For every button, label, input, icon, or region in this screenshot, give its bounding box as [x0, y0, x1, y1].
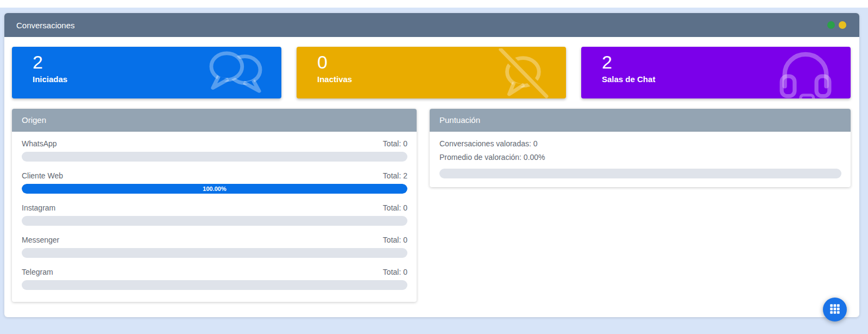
origin-row-whatsapp: WhatsApp Total: 0 [22, 139, 407, 162]
channel-label: Cliente Web [22, 171, 63, 180]
status-indicators [827, 21, 846, 29]
channel-total: Total: 0 [383, 268, 407, 276]
score-panel-header: Puntuación [430, 109, 851, 132]
panels-row: Origen WhatsApp Total: 0 [12, 109, 851, 302]
comments-icon [204, 48, 268, 98]
conversations-content: 2 Iniciadas 0 Inactivas [4, 37, 859, 302]
channel-label: Instagram [22, 203, 55, 212]
channel-total: Total: 0 [383, 203, 407, 212]
progress-track [22, 152, 407, 162]
origin-panel-body: WhatsApp Total: 0 Cliente Web Total: 2 [12, 132, 417, 302]
progress-fill: 100.00% [22, 184, 407, 194]
origin-row-cliente-web: Cliente Web Total: 2 100.00% [22, 171, 407, 194]
origin-panel-header: Origen [12, 109, 417, 132]
row-labels: WhatsApp Total: 0 [22, 139, 407, 148]
score-panel-title: Puntuación [439, 115, 480, 125]
score-panel: Puntuación Conversaciones valoradas: 0 P… [430, 109, 851, 187]
channel-label: WhatsApp [22, 139, 57, 148]
progress-track [22, 216, 407, 226]
progress-track: 100.00% [22, 184, 407, 194]
progress-track [22, 248, 407, 258]
score-progress-wrap [439, 169, 841, 178]
progress-track [22, 280, 407, 290]
origin-row-messenger: Messenger Total: 0 [22, 236, 407, 258]
apps-grid-fab-button[interactable] [823, 298, 847, 321]
channel-total: Total: 2 [383, 171, 407, 180]
row-labels: Telegram Total: 0 [22, 268, 407, 276]
progress-track [439, 169, 841, 178]
stat-card-salas-de-chat: 2 Salas de Chat [581, 47, 851, 98]
stats-row: 2 Iniciadas 0 Inactivas [12, 47, 851, 98]
grid-icon [829, 303, 841, 317]
origin-panel-title: Origen [22, 115, 46, 125]
headset-icon [773, 48, 838, 98]
row-labels: Instagram Total: 0 [22, 203, 407, 212]
channel-total: Total: 0 [383, 139, 407, 148]
conversations-widget: Conversaciones 2 Iniciadas [4, 13, 859, 317]
score-panel-body: Conversaciones valoradas: 0 Promedio de … [430, 132, 851, 187]
rated-conversations-text: Conversaciones valoradas: 0 [439, 139, 841, 148]
online-status-dot [827, 21, 835, 29]
top-browser-strip [0, 0, 868, 8]
stat-card-inactivas: 0 Inactivas [297, 47, 566, 98]
page-title: Conversaciones [16, 21, 75, 30]
row-labels: Messenger Total: 0 [22, 236, 407, 244]
average-score-text: Promedio de valoración: 0.00% [439, 153, 841, 162]
comment-slash-icon [489, 48, 553, 98]
stat-card-iniciadas: 2 Iniciadas [12, 47, 281, 98]
channel-total: Total: 0 [383, 236, 407, 244]
channel-label: Messenger [22, 236, 59, 244]
channel-label: Telegram [22, 268, 53, 276]
away-status-dot [839, 21, 846, 29]
origin-row-instagram: Instagram Total: 0 [22, 203, 407, 226]
origin-row-telegram: Telegram Total: 0 [22, 268, 407, 290]
origin-panel: Origen WhatsApp Total: 0 [12, 109, 417, 302]
conversations-header: Conversaciones [4, 13, 859, 37]
row-labels: Cliente Web Total: 2 [22, 171, 407, 180]
